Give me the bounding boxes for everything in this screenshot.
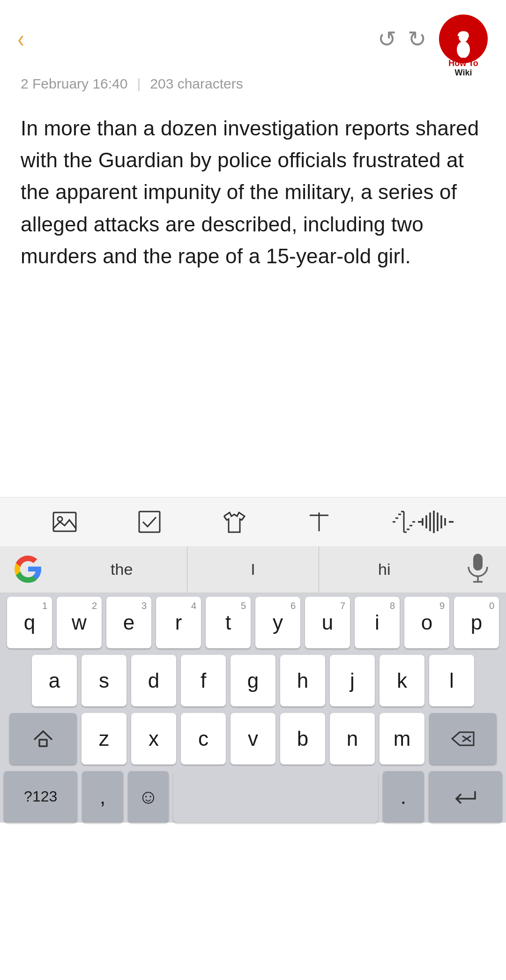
key-f[interactable]: f	[181, 655, 226, 706]
svg-text:?: ?	[456, 27, 470, 52]
character-count: 203 characters	[150, 76, 243, 92]
backspace-key[interactable]	[429, 713, 497, 765]
insert-image-button[interactable]	[52, 509, 78, 535]
toolbar: ‹ ↺ ↻ ? How To Wiki	[0, 0, 506, 72]
key-b[interactable]: b	[280, 713, 325, 765]
key-u[interactable]: 7u	[305, 597, 350, 648]
key-d[interactable]: d	[131, 655, 176, 706]
insert-checkbox-button[interactable]	[136, 509, 163, 535]
note-text-content[interactable]: In more than a dozen investigation repor…	[21, 112, 485, 272]
key-p[interactable]: 0p	[454, 597, 499, 648]
key-e[interactable]: 3e	[106, 597, 151, 648]
keyboard-rows: 1q 2w 3e 4r 5t 6y 7u 8i	[0, 593, 506, 765]
keyboard-bottom-row: ?123 , ☺ .	[0, 771, 506, 823]
note-date: 2 February 16:40	[21, 76, 127, 92]
toolbar-left: ‹	[17, 27, 25, 51]
how-to-wiki-logo[interactable]: ? How To Wiki	[438, 13, 489, 65]
svg-rect-31	[39, 740, 47, 746]
undo-button[interactable]: ↺	[378, 26, 396, 52]
key-l[interactable]: l	[429, 655, 474, 706]
key-j[interactable]: j	[330, 655, 375, 706]
emoji-key[interactable]: ☺	[128, 771, 169, 823]
key-k[interactable]: k	[380, 655, 424, 706]
metadata-separator: |	[137, 76, 141, 92]
suggestion-item-the[interactable]: the	[56, 546, 187, 593]
suggestion-bar: the I hi	[0, 546, 506, 593]
key-y[interactable]: 6y	[255, 597, 300, 648]
text-editor-area[interactable]: In more than a dozen investigation repor…	[0, 103, 506, 291]
key-o[interactable]: 9o	[404, 597, 449, 648]
key-s[interactable]: s	[82, 655, 126, 706]
suggestions-list: the I hi	[56, 546, 450, 593]
keyboard[interactable]: the I hi 1q 2w 3e 4r	[0, 546, 506, 823]
key-m[interactable]: m	[380, 713, 424, 765]
period-key[interactable]: .	[383, 771, 424, 823]
key-r[interactable]: 4r	[156, 597, 201, 648]
suggestion-item-hi[interactable]: hi	[319, 546, 450, 593]
svg-rect-28	[473, 554, 483, 571]
text-format-button[interactable]	[306, 509, 332, 535]
keyboard-row-2: a s d f g h j k l	[4, 655, 502, 706]
key-n[interactable]: n	[330, 713, 375, 765]
google-logo	[7, 549, 49, 590]
logo-label-line1: How To	[448, 59, 478, 68]
logo-label-line2: Wiki	[448, 68, 478, 78]
editor-spacer	[0, 291, 506, 497]
voice-input-button[interactable]	[457, 549, 499, 590]
enter-key[interactable]	[429, 771, 502, 823]
suggestion-item-i[interactable]: I	[187, 546, 318, 593]
key-a[interactable]: a	[32, 655, 77, 706]
numbers-symbols-key[interactable]: ?123	[4, 771, 77, 823]
key-g[interactable]: g	[231, 655, 275, 706]
key-c[interactable]: c	[181, 713, 226, 765]
metadata-bar: 2 February 16:40 | 203 characters	[0, 72, 506, 103]
key-v[interactable]: v	[231, 713, 275, 765]
keyboard-row-3: z x c v b n m	[4, 713, 502, 765]
keyboard-row-1: 1q 2w 3e 4r 5t 6y 7u 8i	[4, 597, 502, 648]
space-key[interactable]	[173, 771, 378, 823]
svg-rect-5	[53, 512, 76, 531]
redo-button[interactable]: ↻	[408, 26, 426, 52]
back-button[interactable]: ‹	[18, 27, 24, 51]
key-w[interactable]: 2w	[57, 597, 102, 648]
voice-input-button[interactable]	[391, 509, 454, 535]
key-x[interactable]: x	[131, 713, 176, 765]
key-h[interactable]: h	[280, 655, 325, 706]
insert-sticker-button[interactable]	[221, 509, 247, 535]
svg-rect-7	[139, 512, 160, 532]
key-q[interactable]: 1q	[7, 597, 52, 648]
key-t[interactable]: 5t	[206, 597, 251, 648]
key-z[interactable]: z	[82, 713, 126, 765]
comma-key[interactable]: ,	[82, 771, 123, 823]
shift-key[interactable]	[9, 713, 77, 765]
format-toolbar	[0, 497, 506, 546]
svg-point-6	[58, 517, 62, 521]
toolbar-right: ↺ ↻ ? How To Wiki	[378, 13, 489, 65]
key-i[interactable]: 8i	[355, 597, 400, 648]
